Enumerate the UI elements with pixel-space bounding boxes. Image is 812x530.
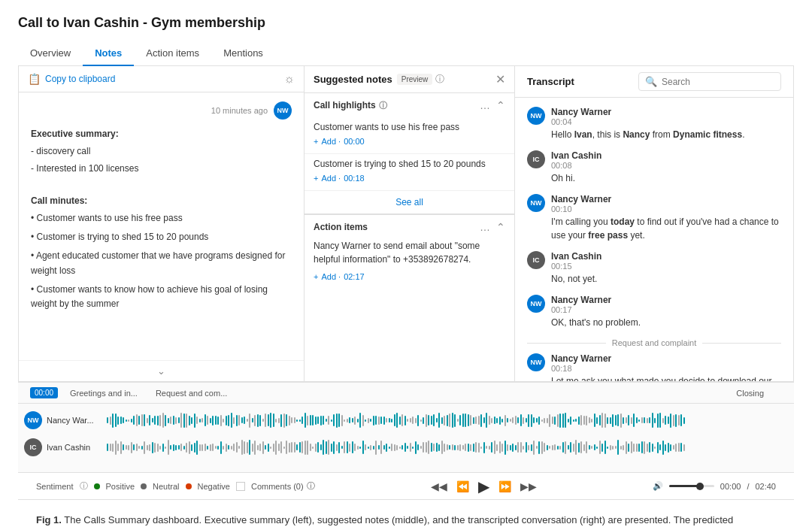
forward-end-button[interactable]: ▶▶ — [520, 480, 537, 492]
time-current: 00:00 — [720, 482, 741, 491]
message-content-1: Nancy Warner 00:04 Hello Ivan, this is N… — [551, 107, 744, 141]
tab-overview[interactable]: Overview — [18, 41, 83, 66]
action-item-text: Nancy Warner to send email about "some h… — [304, 239, 514, 272]
cm-item-4: Customer wants to know how to achieve hi… — [31, 283, 292, 311]
avatar-nw-2: NW — [527, 194, 545, 212]
controls-bar: Sentiment ⓘ Positive Neutral Negative Co… — [18, 472, 794, 499]
action-items-title: Action items — [314, 222, 368, 232]
message-row-3: NW Nancy Warner 00:10 I'm calling you to… — [527, 194, 781, 242]
suggested-body: Call highlights ⓘ … ⌃ Customer wants to … — [304, 93, 514, 381]
more-options-icon[interactable]: … — [480, 99, 490, 111]
avatar-nw-4: NW — [527, 353, 545, 371]
suggested-title: Suggested notes — [314, 74, 392, 85]
waveform-name-ivan: Ivan Cashin — [47, 443, 90, 452]
lightbulb-icon[interactable]: ☼ — [283, 72, 295, 86]
highlights-section: Call highlights ⓘ … ⌃ Customer wants to … — [304, 93, 514, 215]
highlights-title: Call highlights ⓘ — [314, 100, 387, 111]
rewind-button[interactable]: ⏪ — [456, 480, 469, 492]
message-text-5: OK, that's no problem. — [551, 316, 641, 329]
transcript-header: Transcript 🔍 — [515, 66, 793, 98]
collapse-icon-2[interactable]: ⌃ — [496, 221, 505, 233]
message-text-1: Hello Ivan, this is Nancy from Dynamic f… — [551, 128, 744, 141]
segment-closing: Closing — [736, 389, 764, 398]
waveform-container: NW Nancy War... IC Ivan Cashin — [18, 404, 794, 472]
expand-button[interactable]: ⌄ — [19, 360, 304, 381]
action-item-timestamp[interactable]: + Add · 02:17 — [304, 272, 514, 289]
waveform-avatar-ivan: IC Ivan Cashin — [24, 438, 107, 456]
fast-forward-button[interactable]: ⏩ — [498, 480, 511, 492]
call-minutes-title: Call minutes: — [31, 194, 292, 208]
segment-request: Request and com... — [156, 389, 227, 398]
notes-content: Executive summary: - discovery call - In… — [31, 127, 292, 311]
notes-toolbar: 📋 Copy to clipboard ☼ — [19, 66, 304, 92]
executive-summary-title: Executive summary: — [31, 127, 292, 141]
speaker-name-6: Nancy Warner — [551, 353, 781, 364]
avatar-nw-notes: NW — [274, 101, 292, 120]
volume-slider-thumb — [696, 483, 704, 490]
message-row-5: NW Nancy Warner 00:17 OK, that's no prob… — [527, 295, 781, 329]
search-input[interactable] — [662, 77, 774, 87]
msg-time-1: 00:04 — [551, 117, 744, 126]
avatar-ic-2: IC — [527, 251, 545, 269]
speaker-name-2: Ivan Cashin — [551, 150, 601, 161]
speaker-name-5: Nancy Warner — [551, 295, 641, 305]
comments-button[interactable]: Comments (0) ⓘ — [251, 480, 315, 492]
msg-time-3: 00:10 — [551, 204, 781, 214]
copy-to-clipboard-button[interactable]: 📋 Copy to clipboard — [28, 73, 115, 85]
speaker-name-1: Nancy Warner — [551, 107, 744, 117]
search-box: 🔍 — [638, 72, 781, 91]
waveform-avatar-nw: NW — [24, 411, 42, 429]
add-timestamp-2[interactable]: + Add · 00:18 — [314, 174, 505, 183]
neutral-dot — [141, 483, 147, 489]
message-content-2: Ivan Cashin 00:08 Oh hi. — [551, 150, 601, 185]
rewind-start-button[interactable]: ◀◀ — [431, 480, 447, 492]
tab-mentions[interactable]: Mentions — [211, 41, 275, 66]
info-icon-highlights: ⓘ — [379, 100, 387, 111]
sentiment-info: Sentiment ⓘ Positive Neutral Negative Co… — [36, 480, 315, 492]
tab-action-items[interactable]: Action items — [134, 41, 211, 66]
see-all-button[interactable]: See all — [304, 191, 514, 214]
transcript-divider: Request and complaint — [527, 338, 781, 347]
content-area: 📋 Copy to clipboard ☼ 10 minutes ago NW … — [18, 66, 794, 382]
msg-time-6: 00:18 — [551, 364, 781, 373]
action-items-section: Action items … ⌃ Nancy Warner to send em… — [304, 215, 514, 289]
sentiment-label: Sentiment — [36, 482, 74, 491]
timestamp-row: 10 minutes ago NW — [31, 101, 292, 120]
add-timestamp-1[interactable]: + Add · 00:00 — [314, 137, 505, 146]
action-items-header: Action items … ⌃ — [304, 215, 514, 239]
avatar-nw-1: NW — [527, 107, 545, 125]
volume-slider-fill — [669, 485, 699, 487]
tab-notes[interactable]: Notes — [83, 41, 134, 66]
preview-badge[interactable]: Preview — [397, 74, 433, 85]
time-display: 🔊 00:00 / 02:40 — [653, 481, 776, 491]
play-button[interactable]: ▶ — [478, 477, 489, 495]
message-content-3: Nancy Warner 00:10 I'm calling you today… — [551, 194, 781, 242]
comments-info-icon: ⓘ — [307, 480, 315, 492]
highlight-item-1: Customer wants to use his free pass + Ad… — [304, 117, 514, 154]
volume-slider-track[interactable] — [669, 485, 714, 487]
cm-item-3: Agent educated customer that we have pro… — [31, 249, 292, 277]
more-options-icon-2[interactable]: … — [480, 221, 490, 233]
msg-time-5: 00:17 — [551, 305, 641, 314]
negative-dot — [186, 483, 192, 489]
message-text-3: I'm calling you today to find out if you… — [551, 215, 781, 242]
message-text-4: No, not yet. — [551, 272, 601, 286]
caption: Fig 1. The Calls Summary dashboard. Exec… — [18, 499, 794, 530]
waveform-bars-ivan — [107, 437, 788, 458]
collapse-icon[interactable]: ⌃ — [496, 99, 505, 111]
message-row-1: NW Nancy Warner 00:04 Hello Ivan, this i… — [527, 107, 781, 141]
comments-checkbox[interactable] — [236, 482, 245, 491]
msg-time-2: 00:08 — [551, 161, 601, 170]
message-content-6: Nancy Warner 00:18 Let me ask you what m… — [551, 353, 781, 381]
transcript-title: Transcript — [527, 76, 574, 87]
close-icon[interactable]: ✕ — [495, 72, 505, 86]
es-line-2: - Interested in 100 licenses — [31, 162, 292, 176]
copy-icon: 📋 — [28, 73, 41, 85]
time-marker: 00:00 — [30, 387, 58, 398]
avatar-ic-1: IC — [527, 150, 545, 168]
suggested-notes-panel: Suggested notes Preview ⓘ ✕ Call highlig… — [304, 66, 515, 381]
suggested-header: Suggested notes Preview ⓘ ✕ — [304, 66, 514, 93]
time-total: 02:40 — [755, 482, 776, 491]
plus-icon-1: + — [314, 137, 318, 146]
main-tabs: Overview Notes Action items Mentions — [18, 41, 794, 66]
